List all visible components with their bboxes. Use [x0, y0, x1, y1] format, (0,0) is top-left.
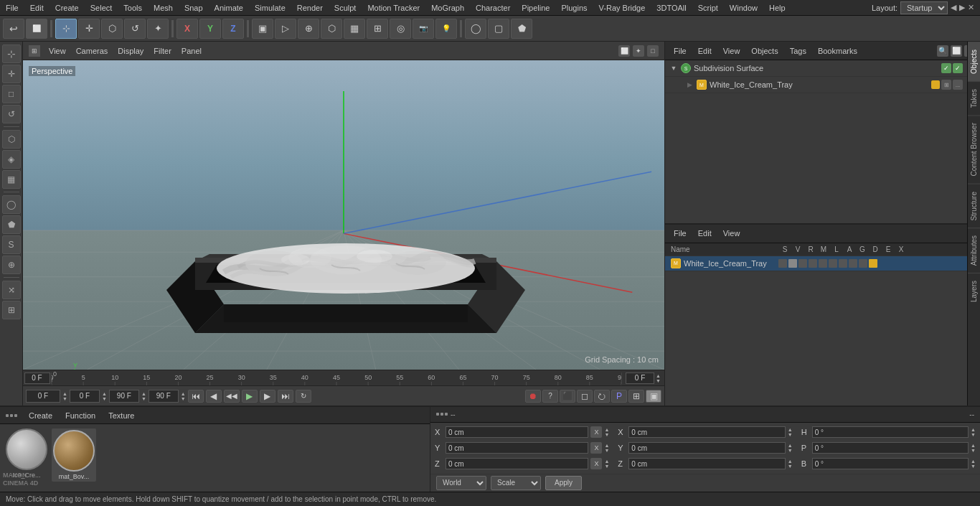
trans-btn3[interactable]: ⭮ [594, 390, 610, 403]
attr-dot5[interactable] [819, 259, 827, 268]
left-tool-2[interactable]: ✛ [2, 65, 21, 83]
attr-dot10[interactable] [869, 259, 877, 268]
menu-3dtoall[interactable]: 3DTOAll [651, 1, 692, 14]
attr-panel-file[interactable]: File [669, 228, 691, 239]
coord-y2-input[interactable] [628, 442, 785, 454]
left-tool-6[interactable]: ◈ [2, 150, 21, 169]
coord-p-arrows[interactable]: ▲ ▼ [971, 443, 976, 453]
step-fwd-btn[interactable]: ▶ [260, 390, 275, 403]
play-start-arrows[interactable]: ▲ ▼ [102, 391, 107, 401]
menu-edit[interactable]: Edit [24, 1, 50, 14]
attr-dot8[interactable] [849, 259, 857, 268]
frame-step-arrows[interactable]: ▲ ▼ [62, 391, 67, 401]
x-axis-btn[interactable]: X [176, 19, 198, 39]
trans-btn1[interactable]: ⬛ [560, 390, 575, 403]
vp-icon3[interactable]: □ [647, 45, 659, 57]
icecream-dot[interactable] [931, 80, 940, 89]
left-tool-5[interactable]: ⬡ [2, 130, 21, 149]
left-tool-10[interactable]: S [2, 235, 21, 254]
select-tool[interactable]: ⊹ [55, 19, 77, 39]
menu-select[interactable]: Select [85, 1, 118, 14]
help-btn[interactable]: ? [542, 390, 558, 403]
coord-b-input[interactable] [812, 458, 969, 469]
attr-dot6[interactable] [829, 259, 837, 268]
layout-select[interactable]: Startup [900, 1, 948, 14]
play-btn[interactable]: ▶ [242, 390, 258, 403]
attr-panel-view[interactable]: View [719, 228, 745, 239]
menu-help[interactable]: Help [763, 1, 791, 14]
extra-btn3[interactable]: ⬟ [511, 19, 532, 39]
menu-vray[interactable]: V-Ray Bridge [593, 1, 651, 14]
coord-x2-input[interactable] [628, 426, 785, 438]
attr-dot7[interactable] [839, 259, 847, 268]
attr-dot4[interactable] [809, 259, 817, 268]
left-tool-13[interactable]: ⊞ [2, 301, 21, 319]
attr-dot3[interactable] [798, 259, 807, 268]
vp-icon2[interactable]: ✦ [633, 45, 644, 57]
mat-menu-create[interactable]: Create [24, 410, 57, 421]
menu-pipeline[interactable]: Pipeline [516, 1, 555, 14]
coord-z-icon[interactable]: X [590, 458, 602, 469]
coord-y-input[interactable] [446, 442, 588, 454]
obj-btn1[interactable]: ▦ [344, 19, 365, 39]
extra-btn1[interactable]: ◯ [465, 19, 486, 39]
menu-mesh[interactable]: Mesh [148, 1, 179, 14]
record-btn[interactable]: ⏺ [525, 390, 541, 403]
left-tool-11[interactable]: ⊕ [2, 256, 21, 274]
world-dropdown[interactable]: World [436, 476, 486, 490]
menu-plugins[interactable]: Plugins [555, 1, 593, 14]
attr-dot2[interactable] [788, 259, 797, 268]
mat-menu-function[interactable]: Function [61, 410, 100, 421]
play-end-input[interactable] [109, 390, 139, 403]
menu-file[interactable]: File [0, 1, 24, 14]
camera-btn[interactable]: ⊕ [298, 19, 319, 39]
y-axis-btn[interactable]: Y [199, 19, 221, 39]
trans-btn5[interactable]: ⊞ [628, 390, 644, 403]
menu-window[interactable]: Window [724, 1, 763, 14]
left-tool-9[interactable]: ⬟ [2, 215, 21, 234]
menu-snap[interactable]: Snap [179, 1, 209, 14]
attr-dot1[interactable] [778, 259, 787, 268]
end-frame-arrows[interactable]: ▲ ▼ [656, 373, 661, 383]
tab-content-browser[interactable]: Content Browser [968, 115, 980, 183]
icecream-btn1[interactable]: ⊞ [941, 80, 951, 90]
vp-expand-icon[interactable]: ⊞ [29, 45, 40, 57]
attr-dot9[interactable] [859, 259, 867, 268]
light-btn[interactable]: ⬡ [321, 19, 342, 39]
trans-btn6[interactable]: ▣ [646, 390, 661, 403]
coord-y-icon[interactable]: X [590, 442, 602, 454]
menu-tools[interactable]: Tools [118, 1, 148, 14]
scale-tool[interactable]: ⬡ [101, 19, 123, 39]
obj-expand-arrow[interactable]: ▼ [669, 64, 678, 72]
layout-arrow-left[interactable]: ◀ [951, 3, 956, 12]
tab-structure[interactable]: Structure [968, 184, 980, 228]
rotate-tool[interactable]: ↺ [124, 19, 146, 39]
coord-x-arrows[interactable]: ▲ ▼ [604, 427, 609, 437]
camera-btn2[interactable]: 📷 [413, 19, 434, 39]
obj-panel-edit[interactable]: Edit [694, 45, 716, 57]
coord-z-input[interactable] [446, 458, 588, 469]
obj-panel-bookmarks[interactable]: Bookmarks [814, 45, 862, 57]
tab-takes[interactable]: Takes [968, 81, 980, 115]
mat-menu-texture[interactable]: Texture [104, 410, 138, 421]
attr-row-icecream[interactable]: M White_Ice_Cream_Tray [665, 256, 980, 271]
play-back-btn[interactable]: ◀◀ [224, 390, 240, 403]
obj-btn2[interactable]: ⊞ [367, 19, 388, 39]
obj-panel-view[interactable]: View [719, 45, 745, 57]
material-item-2[interactable]: mat_Bov... [52, 428, 96, 482]
redo-button[interactable]: ⬜ [26, 19, 47, 39]
obj-expand-icon[interactable]: ⬜ [951, 45, 962, 57]
play-end-arrows[interactable]: ▲ ▼ [141, 391, 146, 401]
left-tool-1[interactable]: ⊹ [2, 44, 21, 63]
layout-close[interactable]: ✕ [968, 3, 974, 12]
obj-panel-objects[interactable]: Objects [747, 45, 782, 57]
coord-p-input[interactable] [812, 442, 969, 454]
menu-script[interactable]: Script [692, 1, 724, 14]
obj-btn3[interactable]: ◎ [390, 19, 411, 39]
layout-arrow-right[interactable]: ▶ [959, 3, 965, 12]
end-frame-display[interactable] [626, 373, 654, 384]
subdiv-check1[interactable]: ✓ [941, 63, 951, 73]
left-tool-12[interactable]: ⤨ [2, 281, 21, 299]
scale-dropdown[interactable]: Scale [491, 476, 541, 490]
obj-row-subdivision[interactable]: ▼ S Subdivision Surface ✓ ✓ [665, 60, 967, 77]
